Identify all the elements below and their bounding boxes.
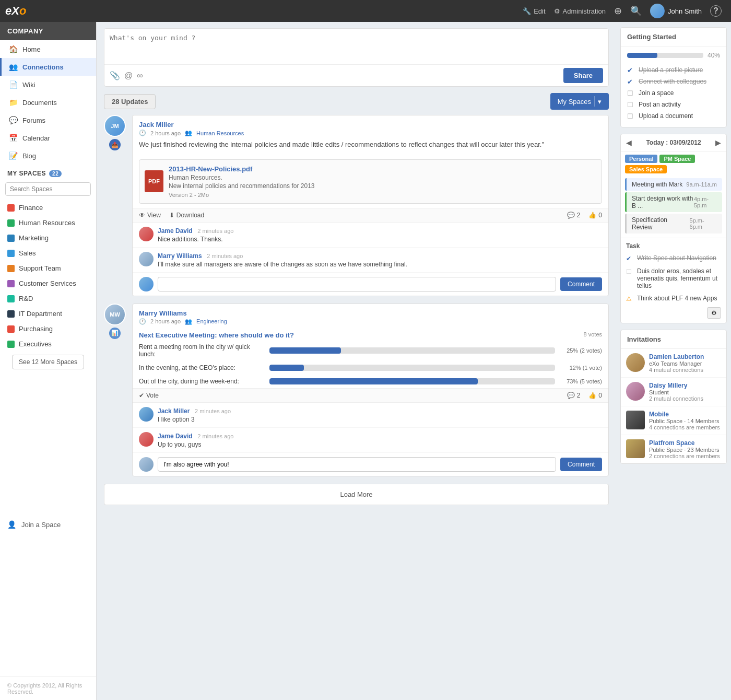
cal-tag-sales[interactable]: Sales Space bbox=[625, 165, 667, 173]
comment-2-1-author[interactable]: Jack Miller bbox=[158, 407, 190, 415]
updates-button[interactable]: 28 Updates bbox=[104, 94, 156, 109]
invite-name-1[interactable]: Damien Lauberton bbox=[649, 353, 721, 360]
space-item-marketing[interactable]: Marketing bbox=[0, 230, 96, 246]
poll-bar-bg-2 bbox=[269, 365, 555, 371]
sidebar-item-wiki[interactable]: 📄 Wiki bbox=[0, 76, 96, 94]
share-button[interactable]: Share bbox=[563, 68, 603, 83]
poll-pct-3: 73% (5 votes) bbox=[560, 378, 602, 384]
tasks-gear-button[interactable]: ⚙ bbox=[707, 307, 721, 319]
invite-desc-3: Public Space · 14 Members bbox=[649, 418, 721, 424]
gs-item-4[interactable]: ☐ Post an activity bbox=[627, 99, 720, 110]
poll-bar-fill-1 bbox=[269, 347, 341, 354]
comment-count-link[interactable]: 💬 2 bbox=[567, 212, 581, 219]
join-space-item[interactable]: 👤 Join a Space bbox=[0, 516, 96, 533]
post2-comment-count-link[interactable]: 💬 2 bbox=[567, 392, 581, 399]
cal-tag-pm[interactable]: PM Space bbox=[659, 155, 695, 163]
calendar-next-button[interactable]: ▶ bbox=[715, 138, 721, 147]
vote-link[interactable]: ✔ Vote bbox=[139, 392, 159, 399]
post1-comment-button[interactable]: Comment bbox=[560, 277, 602, 291]
search-spaces-input[interactable] bbox=[5, 182, 91, 196]
post2-comment-button[interactable]: Comment bbox=[560, 458, 602, 471]
cal-event-1[interactable]: Meeting with Mark 9a.m-11a.m bbox=[625, 178, 722, 191]
feed-avatar-col-1: JM 📤 bbox=[104, 115, 126, 296]
mention-icon[interactable]: @ bbox=[124, 71, 133, 80]
post2-comment-input[interactable] bbox=[158, 457, 556, 472]
comment-1-2-author[interactable]: Marry Williams bbox=[158, 252, 202, 260]
help-icon: ? bbox=[710, 5, 722, 17]
sidebar-item-home[interactable]: 🏠 Home bbox=[0, 40, 96, 58]
comment-1-1-author[interactable]: Jame David bbox=[158, 227, 193, 235]
add-button[interactable]: ⊕ bbox=[610, 0, 626, 22]
attach-title[interactable]: 2013-HR-New-Policies.pdf bbox=[169, 165, 596, 173]
progress-bar-fill bbox=[627, 53, 657, 58]
post1-comment-input[interactable] bbox=[158, 277, 556, 291]
download-link[interactable]: ⬇ Download bbox=[169, 212, 204, 219]
invite-name-3[interactable]: Mobile bbox=[649, 411, 721, 418]
task-label-2: Duis dolor eros, sodales et venenatis qu… bbox=[637, 267, 721, 289]
cal-event-2-title: Start design work with B ... bbox=[632, 195, 694, 209]
like-link[interactable]: 👍 0 bbox=[588, 212, 602, 219]
space-item-rd[interactable]: R&D bbox=[0, 291, 96, 306]
cal-event-3[interactable]: Specification Review 5p.m-6p.m bbox=[625, 214, 722, 234]
space-item-sales[interactable]: Sales bbox=[0, 246, 96, 261]
space-dot-finance bbox=[7, 204, 15, 212]
sidebar-item-calendar[interactable]: 📅 Calendar bbox=[0, 129, 96, 147]
space-item-customer-services[interactable]: Customer Services bbox=[0, 276, 96, 291]
load-more-button[interactable]: Load More bbox=[104, 484, 609, 505]
sidebar-item-forums[interactable]: 💬 Forums bbox=[0, 111, 96, 129]
comment-2-2-author[interactable]: Jame David bbox=[158, 433, 193, 440]
space-item-purchasing[interactable]: Purchasing bbox=[0, 321, 96, 336]
connections-icon: 👥 bbox=[9, 63, 17, 71]
comment-user-avatar bbox=[139, 277, 154, 291]
compose-textarea[interactable] bbox=[104, 29, 608, 63]
sidebar-label-connections: Connections bbox=[22, 63, 64, 71]
gs-item-5[interactable]: ☐ Upload a document bbox=[627, 110, 720, 122]
post2-avatar[interactable]: MW bbox=[104, 304, 126, 325]
space-item-finance[interactable]: Finance bbox=[0, 200, 96, 215]
invite-info-4: Platfrom Space Public Space · 23 Members… bbox=[649, 439, 721, 459]
attach-icon[interactable]: 📎 bbox=[110, 71, 120, 80]
cal-event-1-title: Meeting with Mark bbox=[632, 181, 682, 188]
calendar-prev-button[interactable]: ◀ bbox=[626, 138, 632, 147]
post2-author[interactable]: Marry Williams bbox=[139, 309, 187, 317]
search-button[interactable]: 🔍 bbox=[626, 0, 646, 22]
invite-avatar-2 bbox=[626, 382, 645, 401]
sidebar-item-documents[interactable]: 📁 Documents bbox=[0, 94, 96, 111]
view-link[interactable]: 👁 View bbox=[139, 212, 161, 219]
gs-item-3[interactable]: ☐ Join a space bbox=[627, 87, 720, 99]
post1-author[interactable]: Jack Miller bbox=[139, 121, 174, 129]
cal-event-2[interactable]: Start design work with B ... 4p.m-5p.m bbox=[625, 192, 722, 212]
link-icon[interactable]: ∞ bbox=[137, 71, 143, 80]
see-more-spaces-button[interactable]: See 12 More Spaces bbox=[12, 355, 84, 369]
comment-avatar-mw bbox=[139, 252, 154, 266]
space-item-it-department[interactable]: IT Department bbox=[0, 306, 96, 321]
administration-button[interactable]: ⚙ Administration bbox=[550, 0, 610, 22]
help-button[interactable]: ? bbox=[706, 0, 726, 22]
edit-button[interactable]: 🔧 Edit bbox=[518, 0, 549, 22]
gs-item-2: ✔ Connect with colleagues bbox=[627, 76, 720, 87]
space-item-human-resources[interactable]: Human Resources bbox=[0, 215, 96, 230]
sidebar-footer: © Copyrights 2012, All Rights Reserved. bbox=[0, 676, 96, 700]
post1-avatar[interactable]: JM bbox=[104, 115, 126, 137]
post1-space[interactable]: Human Resources bbox=[196, 130, 244, 136]
calendar-date-title: Today : 03/09/2012 bbox=[646, 139, 701, 146]
invite-name-4[interactable]: Platfrom Space bbox=[649, 439, 721, 447]
my-spaces-button[interactable]: My Spaces ▾ bbox=[550, 93, 609, 110]
post2-like-link[interactable]: 👍 0 bbox=[588, 392, 602, 399]
space-item-executives[interactable]: Executives bbox=[0, 336, 96, 352]
space-item-support-team[interactable]: Support Team bbox=[0, 261, 96, 276]
cal-event-2-time: 4p.m-5p.m bbox=[694, 196, 717, 208]
invite-avatar-3 bbox=[626, 411, 645, 429]
people-icon-2: 👥 bbox=[185, 318, 192, 325]
post1-actions: 👁 View ⬇ Download 💬 2 👍 bbox=[133, 208, 608, 223]
post2-space[interactable]: Engineering bbox=[196, 318, 227, 324]
comment-2-1: Jack Miller 2 minutes ago I like option … bbox=[133, 403, 608, 428]
sidebar-item-connections[interactable]: 👥 Connections bbox=[0, 58, 96, 76]
poll-option-1: Rent a meeting room in the city w/ quick… bbox=[133, 340, 608, 361]
sidebar-item-blog[interactable]: 📝 Blog bbox=[0, 147, 96, 165]
user-profile[interactable]: John Smith bbox=[646, 0, 706, 22]
cal-tag-personal[interactable]: Personal bbox=[625, 155, 657, 163]
invite-name-2[interactable]: Daisy Millery bbox=[649, 382, 721, 389]
post2-action-icon: 📊 bbox=[109, 328, 121, 339]
logo[interactable]: eXo bbox=[5, 4, 26, 18]
